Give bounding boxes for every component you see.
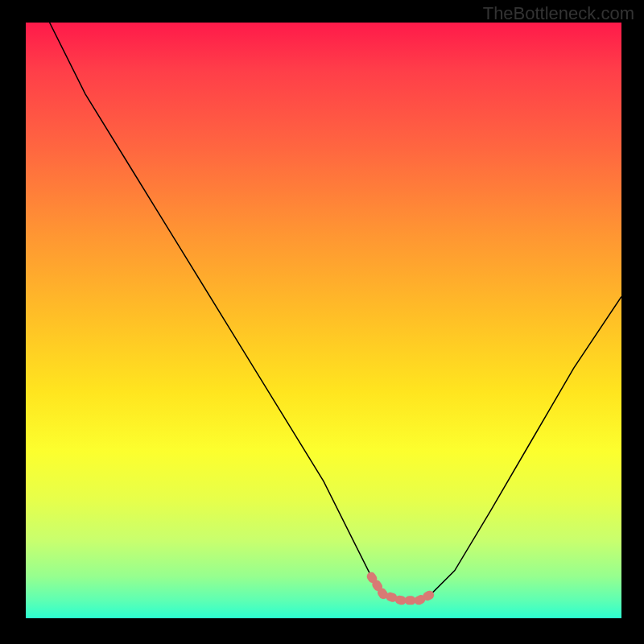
watermark-text: TheBottleneck.com xyxy=(483,3,634,24)
plot-area xyxy=(26,23,621,618)
bottleneck-curve xyxy=(50,23,621,601)
marker-region xyxy=(371,576,431,601)
chart-svg xyxy=(26,23,621,618)
